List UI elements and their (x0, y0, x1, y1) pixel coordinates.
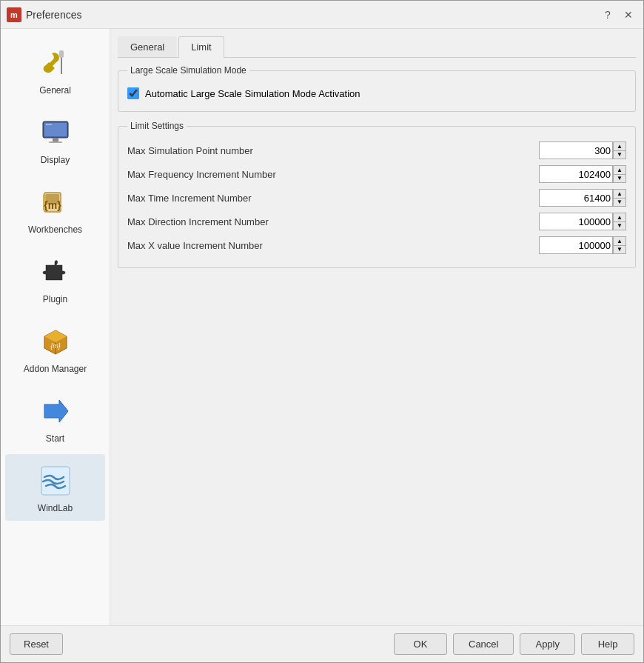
spinner-2: ▲ ▼ (539, 189, 626, 207)
svg-rect-8 (49, 141, 62, 143)
svg-text:m: m (10, 10, 18, 19)
large-scale-legend: Large Scale Simulation Mode (127, 65, 249, 76)
content-area: General Limit Large Scale Simulation Mod… (110, 29, 643, 625)
help-button[interactable]: Help (581, 633, 634, 655)
spinner-buttons-0: ▲ ▼ (613, 141, 626, 159)
title-bar-controls: ? ✕ (599, 6, 637, 24)
setting-label-0: Max Simulation Point number (127, 145, 253, 156)
windlab-icon (36, 462, 75, 500)
close-window-button[interactable]: ✕ (620, 6, 637, 24)
sidebar-item-workbenches[interactable]: {m} Workbenches (5, 176, 105, 242)
spinner-up-1[interactable]: ▲ (613, 165, 626, 174)
sidebar-item-windlab-label: WindLab (38, 503, 73, 513)
svg-rect-4 (61, 58, 62, 74)
spinner-input-1[interactable] (539, 165, 613, 183)
apply-button[interactable]: Apply (520, 633, 575, 655)
main-content: General Display (1, 29, 643, 625)
preferences-window: m Preferences ? ✕ (0, 0, 644, 663)
cancel-button[interactable]: Cancel (453, 633, 514, 655)
spinner-buttons-2: ▲ ▼ (613, 189, 626, 207)
general-icon (36, 44, 75, 82)
svg-text:{m}: {m} (44, 199, 61, 211)
large-scale-section: Large Scale Simulation Mode Automatic La… (118, 65, 636, 112)
sidebar-item-workbenches-label: Workbenches (28, 224, 82, 235)
svg-text:{m}: {m} (50, 342, 61, 350)
setting-label-2: Max Time Increment Number (127, 193, 252, 204)
spinner-up-3[interactable]: ▲ (613, 213, 626, 221)
workbenches-icon: {m} (36, 183, 75, 221)
sidebar-item-start-label: Start (46, 433, 64, 444)
spinner-buttons-1: ▲ ▼ (613, 165, 626, 183)
title-bar-left: m Preferences (7, 7, 81, 22)
sidebar-item-general[interactable]: General (5, 36, 105, 103)
limit-settings-legend: Limit Settings (127, 121, 187, 131)
setting-row-1: Max Frequency Increment Number ▲ ▼ (127, 162, 626, 186)
sidebar-item-addon-manager[interactable]: {m} Addon Manager (5, 315, 105, 382)
spinner-input-2[interactable] (539, 189, 613, 207)
tab-bar: General Limit (118, 36, 636, 58)
help-window-button[interactable]: ? (599, 6, 617, 24)
window-title: Preferences (26, 9, 81, 21)
spinner-input-4[interactable] (539, 236, 613, 254)
spinner-down-4[interactable]: ▼ (613, 245, 626, 254)
svg-rect-3 (59, 50, 64, 58)
spinner-down-1[interactable]: ▼ (613, 174, 626, 183)
bottom-bar: Reset OK Cancel Apply Help (1, 625, 643, 662)
spinner-input-3[interactable] (539, 213, 613, 230)
auto-activation-row: Automatic Large Scale Simulation Mode Ac… (127, 83, 626, 104)
spinner-buttons-4: ▲ ▼ (613, 236, 626, 254)
sidebar-item-addon-manager-label: Addon Manager (24, 364, 87, 374)
spinner-up-0[interactable]: ▲ (613, 141, 626, 150)
setting-row-2: Max Time Increment Number ▲ ▼ (127, 186, 626, 210)
svg-rect-7 (53, 138, 58, 141)
spinner-0: ▲ ▼ (539, 141, 626, 159)
limit-settings-section: Limit Settings Max Simulation Point numb… (118, 121, 636, 268)
spinner-down-3[interactable]: ▼ (613, 221, 626, 230)
display-icon (36, 113, 75, 152)
bottom-right-buttons: OK Cancel Apply Help (394, 633, 634, 655)
sidebar-item-windlab[interactable]: WindLab (5, 454, 105, 521)
spinner-4: ▲ ▼ (539, 236, 626, 254)
spinner-buttons-3: ▲ ▼ (613, 213, 626, 230)
spinner-down-2[interactable]: ▼ (613, 198, 626, 207)
sidebar-item-start[interactable]: Start (5, 384, 105, 451)
setting-label-3: Max Direction Increment Number (127, 216, 269, 227)
setting-row-3: Max Direction Increment Number ▲ ▼ (127, 210, 626, 233)
setting-row-4: Max X value Increment Number ▲ ▼ (127, 233, 626, 257)
sidebar-item-plugin[interactable]: Plugin (5, 245, 105, 312)
setting-row-0: Max Simulation Point number ▲ ▼ (127, 139, 626, 162)
spinner-up-4[interactable]: ▲ (613, 236, 626, 245)
start-icon (36, 392, 75, 430)
sidebar-item-general-label: General (39, 85, 71, 96)
auto-activation-checkbox[interactable] (127, 87, 139, 99)
sidebar-item-plugin-label: Plugin (43, 294, 67, 304)
auto-activation-label: Automatic Large Scale Simulation Mode Ac… (145, 88, 360, 99)
sidebar-item-display-label: Display (41, 155, 70, 165)
title-bar: m Preferences ? ✕ (1, 1, 643, 29)
tab-limit[interactable]: Limit (178, 36, 224, 58)
spinner-up-2[interactable]: ▲ (613, 189, 626, 198)
addon-manager-icon: {m} (36, 322, 75, 361)
reset-button[interactable]: Reset (10, 633, 63, 655)
sidebar: General Display (1, 29, 110, 625)
setting-label-4: Max X value Increment Number (127, 240, 263, 251)
sidebar-item-display[interactable]: Display (5, 106, 105, 173)
app-icon: m (7, 7, 21, 22)
ok-button[interactable]: OK (394, 633, 447, 655)
spinner-1: ▲ ▼ (539, 165, 626, 183)
setting-label-1: Max Frequency Increment Number (127, 169, 276, 180)
spinner-down-0[interactable]: ▼ (613, 150, 626, 159)
svg-marker-18 (44, 400, 68, 422)
plugin-icon (36, 253, 75, 291)
spinner-3: ▲ ▼ (539, 213, 626, 230)
spinner-input-0[interactable] (539, 141, 613, 159)
tab-general[interactable]: General (118, 36, 177, 57)
